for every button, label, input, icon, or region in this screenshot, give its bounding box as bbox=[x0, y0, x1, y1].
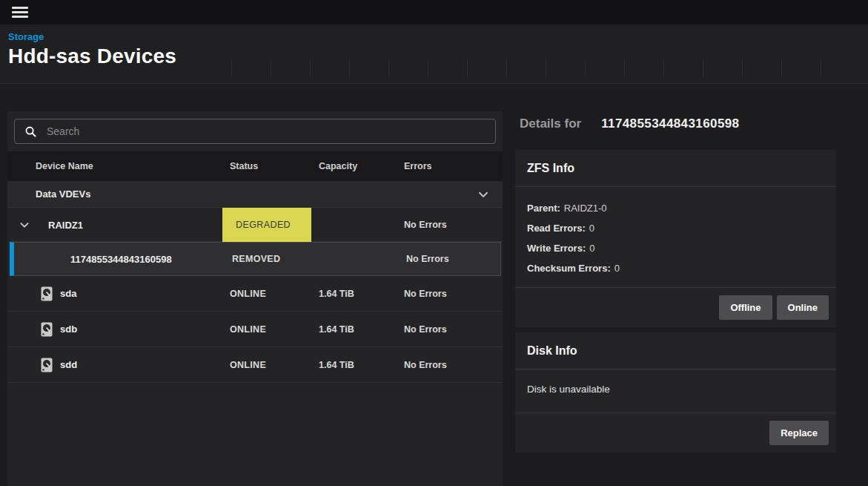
zfs-info-card-body: Parent:RAIDZ1-0 Read Errors:0 Write Erro… bbox=[515, 187, 836, 287]
table-row-sda[interactable]: sda ONLINE 1.64 TiB No Errors bbox=[7, 276, 503, 312]
errors-value: No Errors bbox=[397, 289, 503, 299]
main-content: Device Name Status Capacity Errors Data … bbox=[0, 84, 868, 486]
device-name: RAIDZ1 bbox=[48, 220, 83, 231]
disk-info-card-body: Disk is unavailable bbox=[515, 370, 836, 413]
field-parent: Parent:RAIDZ1-0 bbox=[527, 203, 824, 214]
device-name: sdd bbox=[60, 359, 77, 370]
hard-drive-icon bbox=[41, 358, 53, 372]
online-button[interactable]: Online bbox=[777, 295, 829, 320]
hard-drive-icon bbox=[41, 286, 53, 301]
table-empty-area bbox=[7, 383, 503, 486]
hamburger-menu-icon[interactable] bbox=[12, 7, 28, 18]
replace-button[interactable]: Replace bbox=[769, 421, 829, 445]
search-icon bbox=[24, 125, 37, 138]
table-row-sdd[interactable]: sdd ONLINE 1.64 TiB No Errors bbox=[7, 347, 503, 383]
table-row-sdb[interactable]: sdb ONLINE 1.64 TiB No Errors bbox=[7, 312, 503, 347]
breadcrumb-storage-link[interactable]: Storage bbox=[8, 31, 44, 42]
capacity-value: 1.64 TiB bbox=[311, 289, 397, 299]
zfs-info-card-title: ZFS Info bbox=[515, 150, 836, 187]
status-value: ONLINE bbox=[222, 324, 311, 335]
status-value: REMOVED bbox=[225, 254, 314, 264]
field-read-errors: Read Errors:0 bbox=[527, 223, 824, 234]
search-area bbox=[7, 111, 503, 151]
capacity-value: 1.64 TiB bbox=[311, 360, 397, 370]
capacity-value: 1.64 TiB bbox=[311, 324, 397, 335]
offline-button[interactable]: Offline bbox=[719, 295, 772, 320]
column-header-errors: Errors bbox=[397, 161, 503, 171]
column-header-capacity: Capacity bbox=[311, 161, 397, 171]
zfs-info-card-footer: Offline Online bbox=[515, 287, 836, 327]
status-badge-degraded: DEGRADED bbox=[222, 208, 311, 242]
disk-info-card: Disk Info Disk is unavailable Replace bbox=[515, 332, 836, 453]
device-name: sda bbox=[60, 288, 76, 299]
device-name: sdb bbox=[60, 324, 77, 335]
header-tick-dividers bbox=[231, 59, 846, 77]
details-device-id: 1174855344843160598 bbox=[601, 116, 739, 131]
search-box[interactable] bbox=[14, 119, 496, 144]
column-header-device-name: Device Name bbox=[7, 161, 222, 171]
field-write-errors: Write Errors:0 bbox=[527, 243, 824, 254]
disk-info-card-footer: Replace bbox=[515, 413, 836, 453]
chevron-down-icon[interactable] bbox=[18, 218, 31, 231]
details-for-label: Details for bbox=[520, 116, 581, 131]
disk-unavailable-message: Disk is unavailable bbox=[527, 379, 824, 399]
disk-info-card-title: Disk Info bbox=[515, 332, 836, 370]
group-name: Data VDEVs bbox=[7, 188, 90, 200]
status-value: ONLINE bbox=[222, 289, 311, 299]
table-row-raidz1[interactable]: RAIDZ1 DEGRADED No Errors bbox=[7, 208, 503, 242]
chevron-down-icon[interactable] bbox=[476, 187, 491, 202]
errors-value: No Errors bbox=[397, 220, 503, 230]
zfs-info-card: ZFS Info Parent:RAIDZ1-0 Read Errors:0 W… bbox=[515, 150, 836, 327]
search-input[interactable] bbox=[47, 125, 486, 137]
errors-value: No Errors bbox=[397, 324, 503, 335]
page-header: Storage Hdd-sas Devices bbox=[0, 24, 868, 84]
errors-value: No Errors bbox=[399, 254, 500, 264]
field-checksum-errors: Checksum Errors:0 bbox=[527, 263, 824, 274]
table-row-removed-disk-selected[interactable]: 1174855344843160598 REMOVED No Errors bbox=[10, 242, 501, 276]
hard-drive-icon bbox=[41, 322, 53, 337]
column-header-status: Status bbox=[222, 161, 311, 171]
details-panel: Details for1174855344843160598 ZFS Info … bbox=[515, 111, 836, 486]
devices-panel: Device Name Status Capacity Errors Data … bbox=[7, 111, 503, 486]
errors-value: No Errors bbox=[397, 360, 503, 370]
group-row-data-vdevs[interactable]: Data VDEVs bbox=[7, 181, 503, 208]
status-value: ONLINE bbox=[222, 360, 311, 370]
device-name: 1174855344843160598 bbox=[14, 254, 172, 265]
details-title: Details for1174855344843160598 bbox=[520, 116, 836, 131]
top-bar bbox=[0, 0, 868, 24]
table-header-row: Device Name Status Capacity Errors bbox=[7, 151, 503, 181]
